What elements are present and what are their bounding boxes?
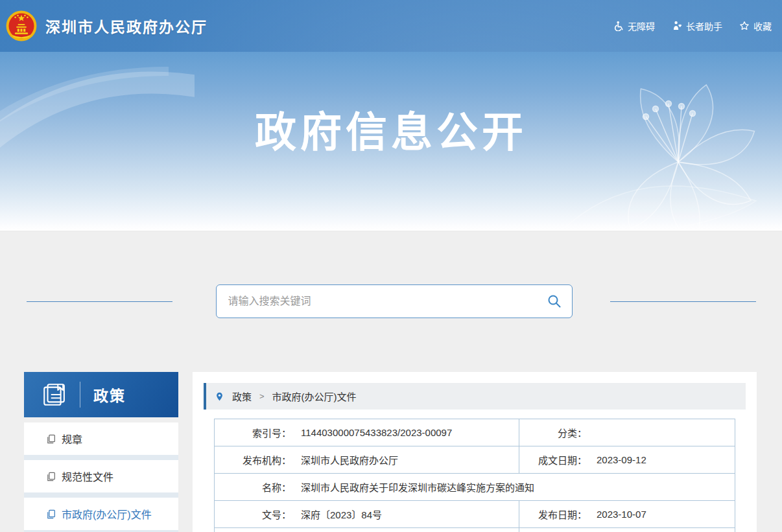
- breadcrumb: 政策 > 市政府(办公厅)文件: [204, 383, 746, 410]
- favorite-link[interactable]: 收藏: [739, 19, 772, 32]
- table-row-partial: [215, 528, 735, 532]
- book-icon: [41, 381, 68, 408]
- site-brand: 深圳市人民政府办公厅: [5, 10, 207, 42]
- elder-assistant-link-label: 长者助手: [686, 19, 722, 32]
- document-icon: [46, 472, 56, 481]
- category-label: 分类：: [519, 426, 587, 439]
- location-pin-icon: [215, 391, 224, 402]
- publish-date-value: 2023-10-07: [597, 509, 646, 520]
- document-icon: [46, 434, 56, 444]
- sidebar-item-normative-documents[interactable]: 规范性文件: [24, 460, 178, 492]
- sidebar-item-municipal-government-documents[interactable]: 市政府(办公厅)文件: [24, 498, 178, 530]
- sidebar-item-label: 规章: [62, 431, 82, 446]
- search-box: [216, 284, 573, 318]
- sidebar-item-label: 规范性文件: [62, 468, 113, 484]
- breadcrumb-item-policy[interactable]: 政策: [232, 389, 252, 403]
- favorite-link-label: 收藏: [753, 19, 772, 32]
- star-icon: [739, 21, 750, 31]
- publish-date-label: 发布日期：: [519, 507, 587, 521]
- document-name-label: 名称：: [215, 480, 291, 494]
- document-number-value: 深府〔2023〕84号: [301, 507, 382, 521]
- main-panel: 政策 > 市政府(办公厅)文件 索引号： 114403000075433823/…: [193, 372, 757, 532]
- breadcrumb-separator: >: [259, 391, 265, 401]
- document-info-table: 索引号： 114403000075433823/2023-00097 分类： 发…: [214, 419, 735, 532]
- wheelchair-icon: [613, 21, 624, 31]
- table-row: 索引号： 114403000075433823/2023-00097 分类：: [215, 419, 735, 446]
- search-icon: [547, 294, 562, 309]
- sidebar: 政策 规章 规范性文件: [24, 372, 178, 532]
- issuing-agency-label: 发布机构：: [215, 453, 291, 467]
- body-area: 政策 规章 规范性文件: [0, 231, 782, 532]
- table-row: 文号： 深府〔2023〕84号 发布日期： 2023-10-07: [215, 501, 735, 528]
- sidebar-item-regulations[interactable]: 规章: [24, 422, 178, 455]
- index-number-value: 114403000075433823/2023-00097: [301, 427, 452, 438]
- accessibility-link[interactable]: 无障碍: [613, 19, 655, 32]
- document-icon: [46, 509, 56, 519]
- table-row: 发布机构： 深圳市人民政府办公厅 成文日期： 2023-09-12: [215, 446, 735, 474]
- search-input[interactable]: [216, 284, 573, 318]
- accessibility-link-label: 无障碍: [628, 19, 655, 32]
- issue-date-value: 2023-09-12: [597, 454, 646, 465]
- search-section: [0, 231, 782, 318]
- decorative-line-right: [610, 301, 756, 302]
- issuing-agency-value: 深圳市人民政府办公厅: [301, 453, 398, 467]
- sidebar-header: 政策: [24, 372, 178, 417]
- national-emblem-icon: [5, 10, 38, 42]
- sidebar-nav: 规章 规范性文件 市政府(办公厅)文件: [24, 422, 178, 532]
- table-row: 名称： 深圳市人民政府关于印发深圳市碳达峰实施方案的通知: [215, 474, 735, 501]
- topbar-links: 无障碍 长者助手 收藏: [613, 19, 772, 32]
- decorative-line-left: [27, 301, 172, 302]
- sidebar-header-label: 政策: [93, 384, 126, 406]
- banner: 政府信息公开: [0, 52, 782, 231]
- breadcrumb-item-current[interactable]: 市政府(办公厅)文件: [272, 389, 357, 403]
- page-title: 政府信息公开: [0, 98, 782, 158]
- index-number-label: 索引号：: [215, 426, 291, 439]
- document-number-label: 文号：: [215, 507, 291, 521]
- topbar: 深圳市人民政府办公厅 无障碍 长者助手 收藏: [0, 0, 782, 52]
- divider: [80, 382, 80, 408]
- site-title: 深圳市人民政府办公厅: [45, 15, 207, 37]
- sidebar-item-label: 市政府(办公厅)文件: [62, 506, 152, 522]
- content: 政策 规章 规范性文件: [0, 372, 782, 532]
- elder-assistant-link[interactable]: 长者助手: [672, 19, 722, 32]
- document-name-value: 深圳市人民政府关于印发深圳市碳达峰实施方案的通知: [301, 480, 534, 494]
- elder-assistant-icon: [672, 21, 682, 31]
- issue-date-label: 成文日期：: [519, 453, 587, 467]
- search-button[interactable]: [547, 294, 562, 309]
